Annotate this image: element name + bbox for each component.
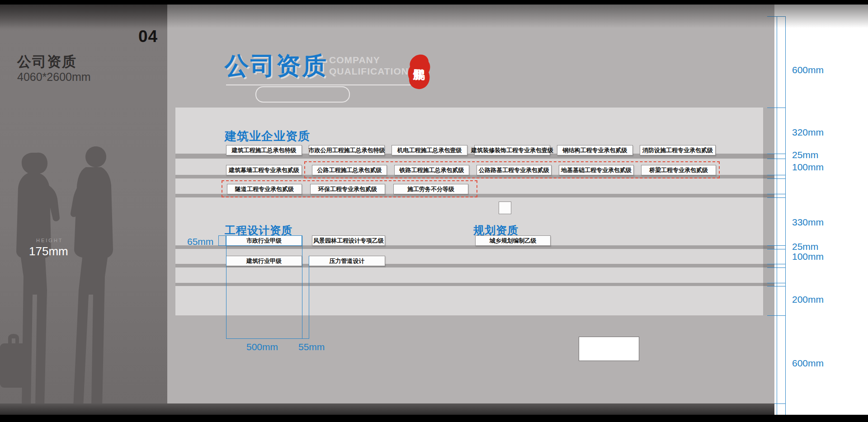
measurement-tick — [767, 264, 785, 264]
measurement-tick — [767, 249, 785, 249]
wall-title-english-line1: COMPANY — [329, 55, 380, 66]
dimension-label: 25mm — [792, 150, 818, 160]
floor-strip — [0, 403, 774, 415]
people-silhouettes — [0, 141, 138, 408]
dimension-line — [777, 16, 777, 415]
dimension-line — [309, 256, 309, 338]
page-number: 04 — [138, 27, 162, 46]
wall-panel-gap — [175, 283, 774, 286]
panel-size-label: 4060*2600mm — [17, 70, 91, 84]
dimension-line — [302, 235, 302, 338]
title-paperclip-loop — [255, 86, 350, 103]
title-underline — [226, 84, 425, 85]
measurement-tick — [767, 197, 785, 198]
dimension-label: 600mm — [792, 358, 824, 369]
qualification-plaque: 公路工程施工总承包贰级 — [312, 165, 387, 175]
wall-edge-shadow — [763, 108, 774, 315]
measurement-tick — [767, 108, 785, 108]
qualification-plaque: 施工劳务不分等级 — [393, 184, 468, 194]
measurement-tick — [767, 286, 785, 286]
qualification-plaque: 隧道工程专业承包贰级 — [227, 184, 302, 194]
qualification-plaque: 建筑工程施工总承包特级 — [226, 145, 302, 155]
dimension-box-65mm — [218, 235, 226, 246]
measurement-tick — [767, 194, 785, 194]
wall-title-chinese: 公司资质 — [225, 50, 328, 83]
qualification-plaque: 地基基础工程专业承包贰级 — [559, 165, 634, 175]
qualification-plaque: 建筑幕墙工程专业承包贰级 — [226, 165, 302, 175]
qualification-plaque: 压力管道设计 — [309, 256, 385, 266]
qualification-plaque: 市政行业甲级 — [226, 235, 302, 246]
wall-panel-band — [175, 267, 774, 283]
qualification-plaque: 机电工程施工总承包壹级 — [392, 145, 467, 155]
wall-panel-band — [175, 286, 774, 315]
measurement-tick — [767, 159, 785, 159]
measurement-tick — [767, 175, 785, 175]
qualification-plaque: 建筑行业甲级 — [226, 256, 302, 266]
qualification-plaque: 钢结构工程专业承包贰级 — [557, 145, 633, 155]
measurement-tick — [767, 178, 785, 179]
qualification-plaque: 风景园林工程设计专项乙级 — [312, 235, 385, 246]
dimension-label: 600mm — [792, 65, 824, 75]
measurement-tick — [767, 267, 785, 268]
qualification-plaque: 环保工程专业承包贰级 — [310, 184, 385, 194]
measurement-tick — [767, 283, 785, 283]
qualification-plaque: 市政公用工程施工总承包特级 — [309, 145, 385, 155]
measurement-tick — [767, 154, 785, 154]
dimension-label-65mm: 65mm — [187, 236, 213, 247]
blank-legend-rect — [579, 337, 639, 361]
dimension-line — [226, 235, 226, 338]
dimension-line — [226, 338, 309, 339]
dimension-label: 320mm — [792, 127, 824, 138]
dimension-label: 330mm — [792, 217, 824, 228]
dimension-label-500mm: 500mm — [246, 342, 278, 352]
dimension-label-55mm: 55mm — [298, 342, 325, 352]
measurement-tick — [767, 16, 785, 17]
qualification-plaque: 消防设施工程专业承包贰级 — [640, 145, 716, 155]
qualification-plaque: 城乡规划编制乙级 — [475, 235, 551, 246]
dimension-label: 100mm — [792, 162, 824, 173]
wall-panel-gap — [175, 245, 774, 249]
qualification-plaque: 建筑装修装饰工程专业承包壹级 — [474, 145, 550, 155]
design-sheet: 04 公司资质 4060*2600mm HEIGHT 175mm — [0, 0, 868, 422]
qualification-plaque: 公路路基工程专业承包贰级 — [476, 165, 552, 175]
dimension-label: 100mm — [792, 251, 824, 262]
measurement-tick — [767, 315, 785, 316]
height-value: 175mm — [29, 244, 68, 258]
dimension-label: 25mm — [792, 241, 818, 252]
panel-title: 公司资质 — [17, 52, 77, 71]
section-title-construction: 建筑业企业资质 — [225, 128, 310, 144]
height-caption: HEIGHT — [36, 238, 63, 243]
measurement-tick — [767, 245, 785, 246]
dimension-line — [785, 16, 786, 415]
qualification-plaque: 铁路工程施工总承包贰级 — [394, 165, 469, 175]
small-blank-square — [499, 202, 511, 214]
left-info-panel: 04 公司资质 4060*2600mm HEIGHT 175mm — [0, 5, 167, 403]
red-seal-stamp: 鲲鹏 — [407, 54, 431, 89]
wall-title-english-line2: QUALIFICATION — [329, 66, 409, 77]
qualification-plaque: 桥梁工程专业承包贰级 — [641, 165, 716, 175]
dimension-label: 200mm — [792, 294, 824, 305]
